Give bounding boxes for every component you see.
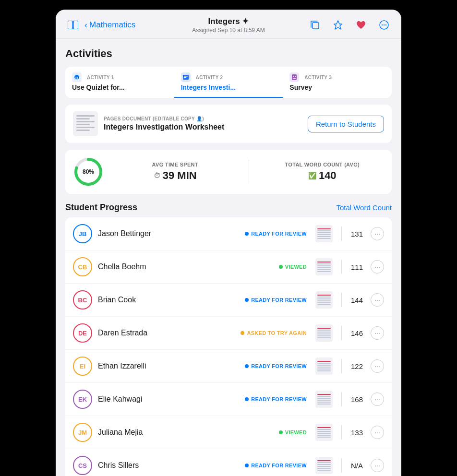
page-subtitle: Assigned Sep 10 at 8:59 AM bbox=[174, 27, 283, 34]
status-badge: READY FOR REVIEW bbox=[245, 297, 307, 303]
status-dot-icon bbox=[241, 331, 244, 335]
status-text: READY FOR REVIEW bbox=[251, 463, 307, 468]
svg-point-6 bbox=[385, 24, 386, 25]
table-row: JBJason BettingerREADY FOR REVIEW131··· bbox=[65, 217, 392, 250]
avatar: DE bbox=[73, 323, 92, 343]
more-options-button[interactable]: ··· bbox=[371, 260, 384, 274]
svg-rect-1 bbox=[73, 21, 78, 29]
back-label: Mathematics bbox=[89, 20, 135, 30]
svg-rect-0 bbox=[68, 21, 72, 29]
table-row: CSChris SillersREADY FOR REVIEWN/A··· bbox=[65, 449, 392, 476]
activity-3-name: Survey bbox=[289, 83, 385, 91]
more-options-button[interactable]: ··· bbox=[371, 459, 384, 472]
status-dot-icon bbox=[245, 397, 249, 401]
table-row: EKElie KahwagiREADY FOR REVIEW168··· bbox=[65, 383, 392, 416]
student-name: Elie Kahwagi bbox=[98, 395, 239, 404]
header-right bbox=[283, 17, 392, 33]
stats-divider bbox=[249, 160, 249, 184]
word-count-label: TOTAL WORD COUNT (AVG) bbox=[261, 162, 385, 167]
avatar: EK bbox=[73, 390, 92, 409]
doc-preview-thumbnail[interactable] bbox=[315, 391, 333, 408]
doc-meta-title: Integers Investigation Worksheet bbox=[104, 123, 224, 131]
total-word-count-link[interactable]: Total Word Count bbox=[336, 203, 392, 212]
more-options-button[interactable]: ··· bbox=[371, 293, 384, 307]
progress-pct-label: 80% bbox=[83, 168, 94, 175]
status-text: READY FOR REVIEW bbox=[251, 363, 307, 369]
column-divider bbox=[341, 425, 342, 440]
svg-point-17 bbox=[295, 76, 296, 77]
word-count-value: 168 bbox=[348, 395, 363, 404]
more-options-button[interactable]: ··· bbox=[371, 227, 384, 240]
status-dot-icon bbox=[245, 298, 249, 302]
student-name: Jason Bettinger bbox=[98, 229, 239, 238]
more-options-button[interactable]: ··· bbox=[371, 426, 384, 439]
pin-button[interactable] bbox=[330, 17, 346, 33]
word-count-value: 144 bbox=[348, 296, 363, 304]
activity-2-name: Integers Investi... bbox=[181, 83, 277, 91]
word-count-value: ✅ 140 bbox=[261, 169, 385, 182]
activity-3-icon bbox=[289, 72, 299, 82]
back-button[interactable]: ‹ Mathematics bbox=[84, 20, 135, 30]
student-name: Ethan Izzarelli bbox=[98, 362, 239, 370]
doc-preview-thumbnail[interactable] bbox=[315, 291, 333, 309]
status-text: READY FOR REVIEW bbox=[251, 231, 307, 237]
column-divider bbox=[341, 260, 342, 274]
more-options-button[interactable] bbox=[376, 17, 392, 33]
table-row: DEDaren EstradaASKED TO TRY AGAIN146··· bbox=[65, 317, 392, 350]
status-dot-icon bbox=[245, 232, 249, 236]
more-options-button[interactable]: ··· bbox=[371, 326, 384, 340]
svg-rect-15 bbox=[292, 74, 297, 80]
return-to-students-button[interactable]: Return to Students bbox=[308, 116, 384, 132]
status-text: READY FOR REVIEW bbox=[251, 396, 307, 402]
sidebar-toggle-button[interactable] bbox=[65, 17, 81, 33]
activity-tab-1[interactable]: Q ACTIVITY 1 Use Quizlet for... bbox=[65, 67, 174, 98]
svg-rect-12 bbox=[184, 76, 188, 77]
svg-text:Q: Q bbox=[75, 76, 78, 80]
word-count-value: 122 bbox=[348, 362, 363, 370]
more-options-button[interactable]: ··· bbox=[371, 393, 384, 406]
column-divider bbox=[341, 392, 342, 406]
column-divider bbox=[341, 293, 342, 307]
word-count-value: 133 bbox=[348, 428, 363, 437]
status-dot-icon bbox=[245, 364, 249, 368]
svg-point-16 bbox=[293, 76, 294, 77]
student-name: Chris Sillers bbox=[98, 461, 239, 470]
activity-tab-2[interactable]: ACTIVITY 2 Integers Investi... bbox=[174, 67, 283, 98]
status-badge: READY FOR REVIEW bbox=[245, 231, 307, 237]
doc-info: PAGES DOCUMENT (EDITABLE COPY 👤) Integer… bbox=[73, 111, 224, 136]
doc-preview-thumbnail[interactable] bbox=[315, 225, 333, 242]
doc-preview-thumbnail[interactable] bbox=[315, 324, 333, 342]
status-badge: READY FOR REVIEW bbox=[245, 363, 307, 369]
status-dot-icon bbox=[279, 430, 283, 434]
header-left: ‹ Mathematics bbox=[65, 17, 174, 33]
status-badge: READY FOR REVIEW bbox=[245, 463, 307, 468]
column-divider bbox=[341, 326, 342, 340]
doc-preview-thumbnail[interactable] bbox=[315, 457, 333, 474]
status-badge: READY FOR REVIEW bbox=[245, 396, 307, 402]
activity-3-label: ACTIVITY 3 bbox=[304, 75, 332, 80]
column-divider bbox=[341, 359, 342, 373]
progress-section-title: Student Progress bbox=[65, 202, 137, 213]
table-row: EIEthan IzzarelliREADY FOR REVIEW122··· bbox=[65, 350, 392, 383]
avg-time-label: AVG TIME SPENT bbox=[113, 162, 237, 167]
doc-preview-thumbnail[interactable] bbox=[315, 258, 333, 275]
word-count-value: 131 bbox=[348, 230, 363, 238]
status-text: VIEWED bbox=[285, 429, 307, 435]
activity-1-name: Use Quizlet for... bbox=[72, 83, 168, 91]
copy-button[interactable] bbox=[307, 17, 323, 33]
activity-tab-3[interactable]: ACTIVITY 3 Survey bbox=[283, 67, 392, 98]
table-row: JMJuliana MejiaVIEWED133··· bbox=[65, 416, 392, 449]
activities-section-title: Activities bbox=[65, 48, 392, 60]
svg-point-4 bbox=[382, 24, 383, 25]
svg-rect-2 bbox=[313, 23, 319, 29]
word-count-stat: TOTAL WORD COUNT (AVG) ✅ 140 bbox=[261, 162, 385, 182]
favorite-button[interactable] bbox=[353, 17, 369, 33]
student-name: Juliana Mejia bbox=[98, 428, 273, 437]
avg-time-value: ⏱ 39 MIN bbox=[113, 169, 237, 182]
doc-preview-thumbnail[interactable] bbox=[315, 357, 333, 375]
more-options-button[interactable]: ··· bbox=[371, 359, 384, 373]
progress-circle: 80% bbox=[73, 156, 104, 187]
status-badge: VIEWED bbox=[279, 429, 307, 435]
svg-point-5 bbox=[384, 24, 385, 25]
doc-preview-thumbnail[interactable] bbox=[315, 424, 333, 441]
